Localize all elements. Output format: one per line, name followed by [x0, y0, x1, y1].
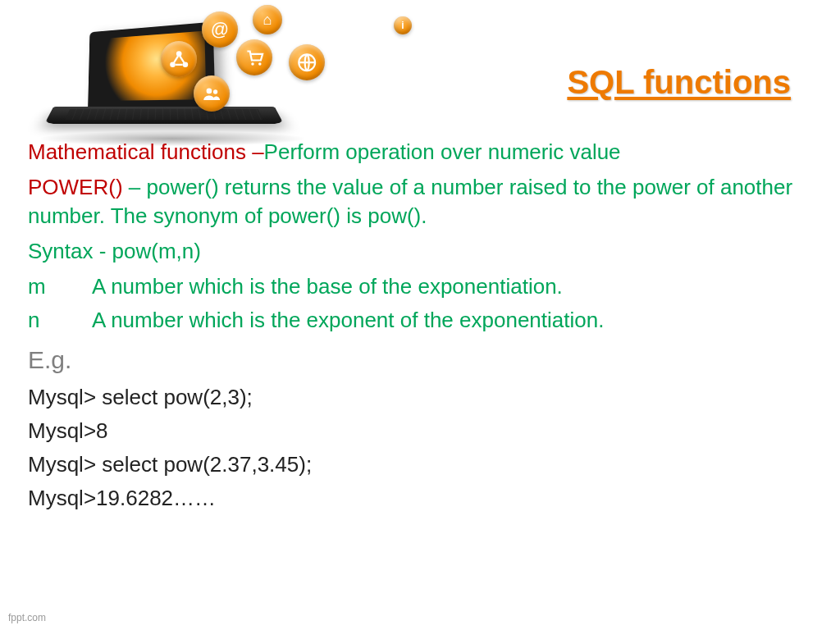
- function-line: POWER() – power() returns the value of a…: [28, 173, 807, 231]
- home-icon: ⌂: [253, 5, 282, 34]
- svg-point-0: [176, 51, 182, 57]
- param-desc: A number which is the base of the expone…: [92, 272, 807, 301]
- syntax-line: Syntax - pow(m,n): [28, 237, 807, 266]
- section-description: Perform operation over numeric value: [264, 139, 621, 164]
- function-name: POWER(): [28, 175, 123, 199]
- svg-point-2: [182, 62, 188, 67]
- info-icon: i: [394, 16, 412, 34]
- svg-point-3: [251, 62, 254, 66]
- svg-point-1: [170, 62, 176, 67]
- cart-icon: [236, 39, 272, 75]
- globe-icon: [289, 44, 325, 80]
- svg-point-7: [213, 89, 217, 94]
- section-label: Mathematical functions –: [28, 139, 264, 164]
- syntax-value: pow(m,n): [112, 239, 201, 263]
- slide: @ ⌂ i SQL functions Mathematical functio…: [0, 0, 840, 630]
- param-desc: A number which is the exponent of the ex…: [92, 306, 807, 335]
- example-line: Mysql>19.6282……: [28, 484, 807, 513]
- at-icon: @: [202, 11, 238, 48]
- slide-body: Mathematical functions –Perform operatio…: [28, 138, 807, 518]
- svg-point-6: [206, 88, 212, 94]
- param-table: m A number which is the base of the expo…: [28, 272, 807, 335]
- svg-point-4: [258, 62, 262, 66]
- param-name: n: [28, 306, 92, 335]
- people-icon: [194, 75, 230, 112]
- network-icon: [161, 41, 197, 77]
- example-block: Mysql> select pow(2,3); Mysql>8 Mysql> s…: [28, 383, 807, 513]
- example-line: Mysql> select pow(2,3);: [28, 383, 807, 412]
- example-line: Mysql>8: [28, 417, 807, 445]
- footer-credit: fppt.com: [8, 612, 46, 623]
- example-label: E.g.: [28, 344, 807, 377]
- function-sep: –: [123, 175, 147, 199]
- slide-title: SQL functions: [567, 64, 791, 101]
- section-line: Mathematical functions –Perform operatio…: [28, 138, 807, 167]
- syntax-label: Syntax -: [28, 239, 112, 263]
- param-name: m: [28, 272, 92, 301]
- example-line: Mysql> select pow(2.37,3.45);: [28, 450, 807, 479]
